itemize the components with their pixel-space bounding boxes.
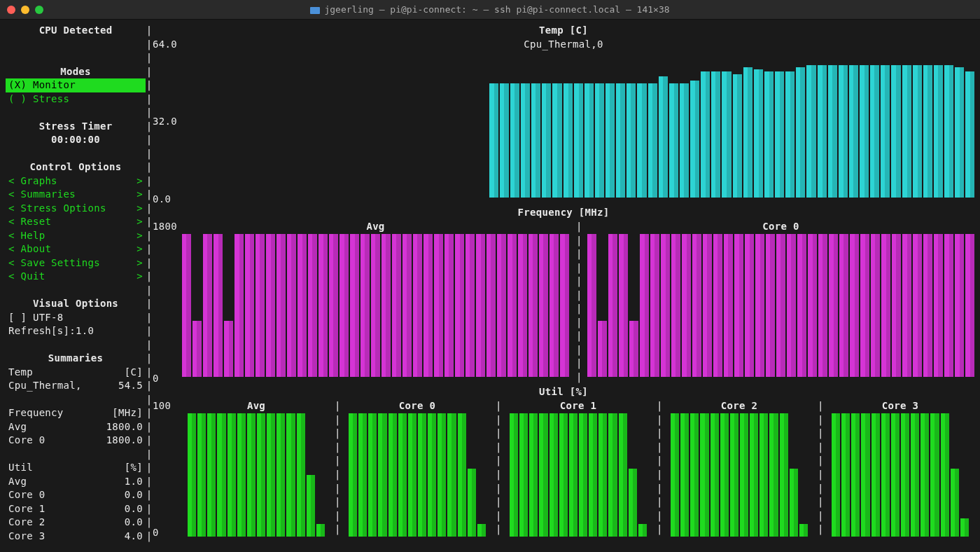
mode-stress[interactable]: ( ) Stress: [6, 93, 72, 104]
util-c2-title: Core 2: [665, 399, 813, 413]
folder-icon: [310, 7, 320, 14]
control-reset[interactable]: < Reset>: [6, 215, 146, 229]
summary-core0-row: Core 01800.0: [6, 434, 146, 448]
close-window-icon[interactable]: [7, 6, 15, 14]
control-save-settings[interactable]: < Save Settings>: [6, 256, 146, 270]
mode-monitor[interactable]: (X) Monitor: [6, 78, 146, 92]
utf8-checkbox[interactable]: [ ] UTF-8: [6, 311, 146, 325]
control-summaries[interactable]: < Summaries>: [6, 188, 146, 202]
control-quit[interactable]: < Quit>: [6, 270, 146, 284]
freq-c0-bars: [587, 234, 974, 378]
freq-vertical-sep: ||||||||||||: [576, 220, 580, 377]
util-axis-max: 100: [153, 399, 171, 413]
freq-c0-title: Core 0: [587, 220, 974, 234]
summary-freq-row: Frequency[MHz]: [6, 406, 146, 420]
refresh-setting[interactable]: Refresh[s]:1.0: [6, 324, 146, 338]
vertical-divider: ||||||||||||||||||||||||||||||||||||||: [146, 24, 153, 549]
util-sep-1: ||||||||||: [335, 399, 339, 537]
temp-bars: [182, 51, 974, 198]
modes-header: Modes: [6, 65, 146, 79]
freq-title: Frequency [MHz]: [153, 206, 974, 220]
util-c0-bars: [349, 413, 486, 537]
util-c3-col: Core 3: [826, 399, 974, 537]
summary-util-row: Util[%]: [6, 461, 146, 475]
summary-util-c3-row: Core 34.0: [6, 530, 146, 544]
util-c3-bars: [832, 413, 969, 537]
util-panel: Util [%] 100 0 Avg |||||||||| Core 0 |||…: [153, 385, 974, 539]
temp-axis-mid: 32.0: [153, 115, 177, 129]
stress-timer-value: 00:00:00: [6, 133, 146, 147]
summary-util-c2-row: Core 20.0: [6, 516, 146, 530]
util-c1-title: Core 1: [504, 399, 652, 413]
util-c0-title: Core 0: [343, 399, 491, 413]
summaries-header: Summaries: [6, 352, 146, 366]
util-axis-min: 0: [153, 526, 159, 540]
util-sep-4: ||||||||||: [818, 399, 822, 537]
control-stress-options[interactable]: < Stress Options>: [6, 202, 146, 216]
sidebar: CPU Detected Modes (X) Monitor ( ) Stres…: [6, 24, 146, 549]
summary-util-avg-row: Avg1.0: [6, 475, 146, 489]
freq-avg-bars: [182, 234, 569, 378]
util-c0-col: Core 0: [343, 399, 491, 537]
window-title: jgeerling — pi@pi-connect: ~ — ssh pi@pi…: [0, 4, 980, 15]
summary-avg-row: Avg1800.0: [6, 420, 146, 434]
traffic-lights: [7, 6, 43, 14]
util-c2-col: Core 2: [665, 399, 813, 537]
temp-axis-min: 0.0: [153, 193, 171, 207]
freq-panel: Frequency [MHz] 1800 0 Avg |||||||||||| …: [153, 206, 974, 385]
util-c2-bars: [671, 413, 808, 537]
stress-timer-header: Stress Timer: [6, 120, 146, 134]
util-avg-col: Avg: [182, 399, 330, 537]
freq-c0-col: Core 0: [587, 220, 974, 377]
control-about[interactable]: < About>: [6, 242, 146, 256]
charts-area: Temp [C] Cpu_Thermal,0 64.0 32.0 0.0 Fre…: [153, 24, 974, 549]
freq-avg-title: Avg: [182, 220, 569, 234]
summary-temp-row: Temp[C]: [6, 366, 146, 380]
util-c1-col: Core 1: [504, 399, 652, 537]
control-graphs[interactable]: < Graphs>: [6, 174, 146, 188]
control-options-header: Control Options: [6, 160, 146, 174]
temp-subtitle: Cpu_Thermal,0: [153, 38, 974, 52]
freq-avg-col: Avg: [182, 220, 569, 377]
freq-axis-max: 1800: [153, 220, 177, 234]
util-c1-bars: [510, 413, 647, 537]
visual-options-header: Visual Options: [6, 297, 146, 311]
control-help[interactable]: < Help>: [6, 229, 146, 243]
minimize-window-icon[interactable]: [21, 6, 29, 14]
summary-util-c0-row: Core 00.0: [6, 488, 146, 502]
freq-axis-min: 0: [153, 372, 159, 386]
maximize-window-icon[interactable]: [35, 6, 43, 14]
temp-panel: Temp [C] Cpu_Thermal,0 64.0 32.0 0.0: [153, 24, 974, 206]
cpu-detected-header: CPU Detected: [6, 24, 146, 38]
temp-title: Temp [C]: [153, 24, 974, 38]
util-sep-2: ||||||||||: [496, 399, 500, 537]
util-title: Util [%]: [153, 385, 974, 399]
util-sep-3: ||||||||||: [657, 399, 661, 537]
window-titlebar: jgeerling — pi@pi-connect: ~ — ssh pi@pi…: [0, 0, 980, 20]
summary-cpu-thermal-row: Cpu_Thermal,54.5: [6, 379, 146, 393]
util-c3-title: Core 3: [826, 399, 974, 413]
util-avg-title: Avg: [182, 399, 330, 413]
util-avg-bars: [188, 413, 325, 537]
temp-axis-max: 64.0: [153, 38, 177, 52]
summary-util-c1-row: Core 10.0: [6, 502, 146, 516]
